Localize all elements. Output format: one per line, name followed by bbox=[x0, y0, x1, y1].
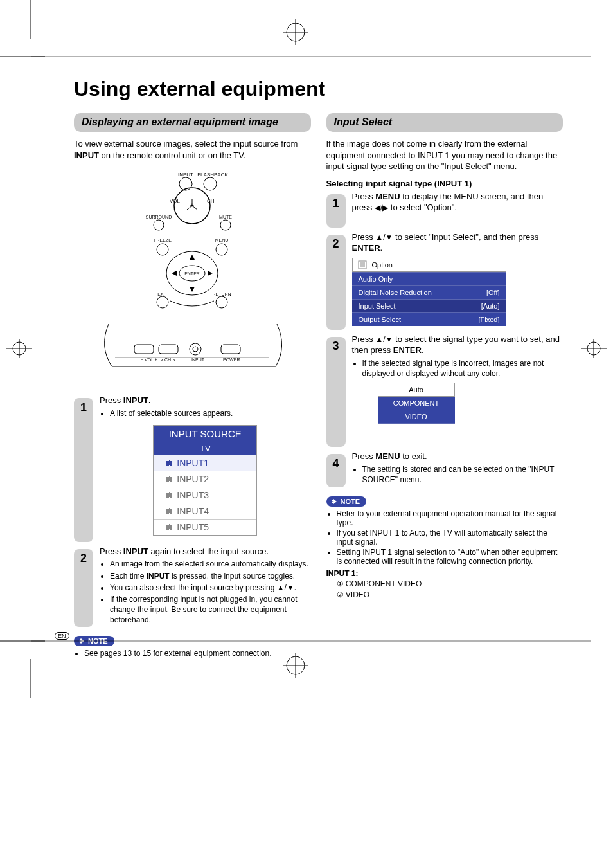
r-step-4-number: 4 bbox=[326, 454, 346, 473]
svg-text:SURROUND: SURROUND bbox=[146, 215, 172, 219]
step-2-bullet: Each time INPUT is pressed, the input so… bbox=[110, 571, 311, 581]
svg-point-43 bbox=[190, 343, 201, 355]
crop-mark-left bbox=[0, 336, 39, 361]
option-menu: Option Audio Only Digital Noise Reductio… bbox=[352, 258, 506, 326]
svg-marker-35 bbox=[172, 271, 177, 276]
svg-text:MENU: MENU bbox=[215, 238, 229, 242]
r-step-3-number: 3 bbox=[326, 337, 346, 356]
plug-icon bbox=[161, 508, 173, 514]
note-bullet: If you set INPUT 1 to Auto, the TV will … bbox=[337, 529, 564, 547]
r-step-3: 3 Press ▲/▼ to select the signal type yo… bbox=[326, 334, 564, 447]
svg-text:CH: CH bbox=[207, 198, 215, 204]
manual-page: Using external equipment Displaying an e… bbox=[0, 0, 613, 698]
priority-item-2: ② VIDEO bbox=[326, 590, 564, 600]
step-2-text: Press INPUT again to select the input so… bbox=[100, 546, 311, 626]
step-1-number: 1 bbox=[74, 398, 93, 417]
input-source-row-5: INPUT5 bbox=[154, 519, 256, 535]
input-source-row-1: INPUT1 bbox=[154, 455, 256, 471]
r-step-1-number: 1 bbox=[326, 194, 346, 213]
r-step-4-bullet: The setting is stored and can be selecte… bbox=[362, 464, 564, 485]
section-heading-input-select: Input Select bbox=[326, 113, 564, 132]
section-heading-display: Displaying an external equipment image bbox=[74, 113, 311, 132]
plug-icon bbox=[161, 476, 173, 482]
plug-icon bbox=[161, 460, 173, 466]
crop-mark-right bbox=[574, 336, 613, 361]
step-1-text: Press INPUT. A list of selectable source… bbox=[100, 395, 311, 419]
crop-mark-top bbox=[0, 0, 613, 71]
r-step-2-tail bbox=[326, 249, 346, 330]
arrow-ud-icon: ▲/▼ bbox=[375, 335, 393, 344]
r-step-1: 1 Press MENU to display the MENU screen,… bbox=[326, 191, 564, 228]
note-bullet: Setting INPUT 1 signal selection to "Aut… bbox=[337, 548, 564, 566]
signal-row: VIDEO bbox=[378, 410, 455, 424]
step-1-bullet: A list of selectable sources appears. bbox=[110, 408, 311, 419]
svg-point-57 bbox=[287, 656, 305, 674]
priority-label: INPUT 1: bbox=[326, 568, 564, 579]
option-row-selected: Input Select[Auto] bbox=[352, 299, 506, 312]
svg-text:ENTER: ENTER bbox=[184, 271, 200, 276]
svg-text:∨ CH ∧: ∨ CH ∧ bbox=[160, 357, 175, 362]
svg-point-9 bbox=[587, 342, 600, 355]
arrow-ud-icon: ▲/▼ bbox=[375, 233, 393, 242]
intro-paragraph: To view external source images, select t… bbox=[74, 138, 311, 161]
note-label: NOTE bbox=[74, 636, 114, 646]
svg-text:FLASHBACK: FLASHBACK bbox=[197, 172, 228, 177]
page-title: Using external equipment bbox=[74, 77, 563, 101]
step-1-tail bbox=[74, 412, 93, 542]
svg-point-15 bbox=[204, 177, 217, 190]
svg-rect-41 bbox=[134, 345, 154, 354]
svg-point-39 bbox=[216, 296, 227, 308]
plug-icon bbox=[161, 524, 173, 530]
svg-text:FREEZE: FREEZE bbox=[154, 238, 172, 242]
svg-point-3 bbox=[287, 23, 305, 41]
svg-point-22 bbox=[154, 220, 164, 230]
svg-rect-42 bbox=[159, 345, 178, 354]
note-icon bbox=[78, 637, 85, 645]
note-bullets: See pages 13 to 15 for external equipmen… bbox=[74, 649, 311, 658]
step-1: 1 Press INPUT. A list of selectable sour… bbox=[74, 395, 311, 542]
step-2-bullet: If the corresponding input is not plugge… bbox=[110, 594, 311, 626]
step-2-tail bbox=[74, 563, 93, 627]
svg-text:RETURN: RETURN bbox=[213, 292, 231, 296]
intro-post: on the remote control unit or on the TV. bbox=[99, 150, 245, 160]
note-bullets-r: Refer to your external equipment operati… bbox=[326, 509, 564, 566]
svg-text:INPUT: INPUT bbox=[178, 172, 193, 177]
plug-icon bbox=[161, 492, 173, 498]
svg-marker-36 bbox=[208, 271, 213, 276]
r-step-2-number: 2 bbox=[326, 235, 346, 254]
input-source-row-2: INPUT2 bbox=[154, 471, 256, 487]
note-label-r: NOTE bbox=[326, 496, 367, 507]
svg-rect-45 bbox=[221, 345, 240, 354]
remote-illustration: INPUT FLASHBACK VOL CH + SURROUND MUTE F… bbox=[134, 167, 250, 315]
svg-point-26 bbox=[157, 244, 168, 255]
intro-pre: To view external source images, select t… bbox=[74, 139, 298, 149]
input-source-menu: INPUT SOURCE TV INPUT1 INPUT2 INPUT3 bbox=[153, 425, 257, 536]
r-step-2: 2 Press ▲/▼ to select "Input Select", an… bbox=[326, 231, 564, 330]
svg-point-28 bbox=[216, 244, 227, 255]
input-select-intro: If the image does not come in clearly fr… bbox=[326, 138, 564, 172]
r-step-3-tail bbox=[326, 351, 346, 447]
step-2-number: 2 bbox=[74, 549, 93, 568]
arrow-lr-icon: ◀/▶ bbox=[375, 203, 388, 212]
input-source-title: INPUT SOURCE bbox=[154, 426, 256, 442]
priority-item-1: ① COMPONENT VIDEO bbox=[326, 579, 564, 589]
option-row: Digital Noise Reduction[Off] bbox=[352, 285, 506, 299]
r-step-4-text: Press MENU to exit. The setting is store… bbox=[352, 451, 564, 485]
signal-type-menu: Auto COMPONENT VIDEO bbox=[378, 383, 455, 424]
note-bullet: Refer to your external equipment operati… bbox=[337, 509, 564, 527]
signal-row: COMPONENT bbox=[378, 397, 455, 410]
footer-lang: EN - bbox=[55, 632, 74, 640]
svg-text:− VOL +: − VOL + bbox=[141, 357, 157, 362]
note-icon bbox=[330, 498, 338, 505]
intro-bold: INPUT bbox=[74, 150, 99, 160]
option-menu-header: Option bbox=[352, 258, 506, 272]
subheading: Selecting input signal type (INPUT 1) bbox=[326, 179, 564, 188]
svg-point-44 bbox=[193, 347, 198, 352]
step-2-bullet: You can also select the input source by … bbox=[110, 583, 311, 593]
left-column: Displaying an external equipment image T… bbox=[74, 113, 311, 659]
step-2: 2 Press INPUT again to select the input … bbox=[74, 546, 311, 627]
option-row: Output Select[Fixed] bbox=[352, 312, 506, 326]
svg-text:POWER: POWER bbox=[223, 357, 240, 362]
signal-row: Auto bbox=[378, 383, 455, 397]
side-panel-illustration: − VOL + ∨ CH ∧ INPUT POWER bbox=[96, 318, 289, 382]
